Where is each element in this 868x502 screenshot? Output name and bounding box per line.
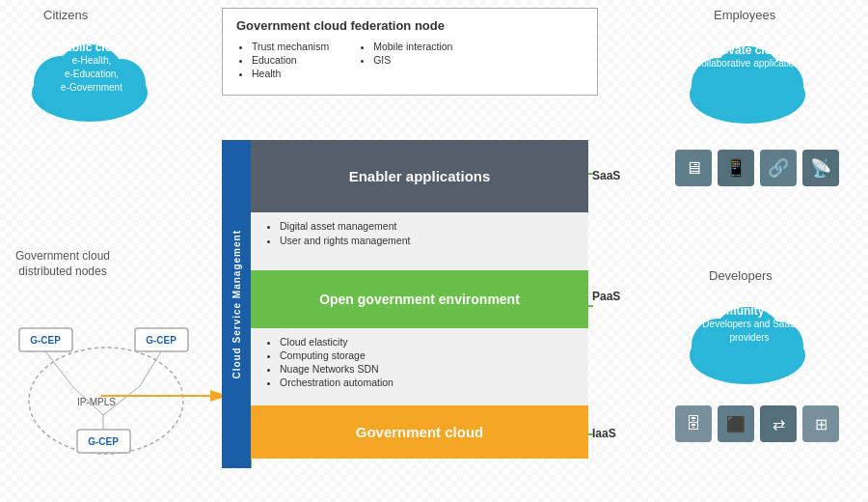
paas-content: Cloud elasticity Computing storage Nuage… (251, 328, 588, 405)
federation-item: Health (252, 68, 329, 79)
federation-item: GIS (373, 54, 452, 66)
csm-bar: Cloud Service Management (222, 140, 251, 468)
paas-label: PaaS (592, 290, 620, 303)
iaas-icons-row: 🗄 ⬛ ⇄ ⊞ (675, 405, 839, 442)
grid-icon: ⊞ (802, 405, 839, 442)
community-cloud-subtitle: Developers and SaaS providers (687, 318, 812, 345)
employees-label: Employees (714, 8, 775, 22)
network-icon: 🔗 (760, 150, 797, 186)
saas-title: Enabler applications (349, 168, 491, 184)
paas-item: Orchestration automation (280, 376, 575, 388)
svg-line-27 (45, 351, 72, 386)
public-cloud-content: Public cloud e-Health,e-Education,e-Gove… (29, 41, 154, 95)
citizens-label: Citizens (43, 8, 88, 22)
database-icon: 🗄 (675, 405, 712, 442)
public-cloud-title: Public cloud (29, 41, 154, 54)
paas-layer: Open government environment (251, 270, 588, 328)
saas-label: SaaS (592, 169, 620, 182)
saas-item: Digital asset management (280, 220, 575, 232)
federation-item: Trust mechanism (252, 41, 329, 52)
community-cloud-title: Community cloud (687, 304, 812, 318)
private-cloud-content: Private cloud Collaborative applications (687, 43, 812, 70)
federation-item: Mobile interaction (373, 41, 452, 52)
saas-item: User and rights management (280, 235, 575, 246)
iaas-title: Government cloud (356, 424, 484, 440)
federation-content: Trust mechanism Education Health Mobile … (236, 41, 583, 81)
developers-label: Developers (709, 268, 773, 283)
federation-col2: Mobile interaction GIS (358, 41, 452, 81)
community-cloud-content: Community cloud Developers and SaaS prov… (687, 304, 812, 345)
private-cloud-subtitle: Collaborative applications (687, 57, 812, 70)
paas-item: Computing storage (280, 349, 575, 361)
monitor-icon: 🖥 (675, 150, 712, 186)
paas-title: Open government environment (319, 291, 520, 308)
saas-content: Digital asset management User and rights… (251, 212, 588, 270)
private-cloud-title: Private cloud (687, 43, 812, 57)
server-icon: ⬛ (718, 405, 754, 442)
federation-title: Government cloud federation node (236, 18, 583, 33)
iaas-layer: Government cloud (251, 405, 588, 459)
wifi-icon: 📡 (802, 150, 839, 186)
svg-text:G-CEP: G-CEP (146, 335, 176, 346)
transfer-icon: ⇄ (760, 405, 797, 442)
saas-layer: Enabler applications (251, 140, 588, 212)
tablet-icon: 📱 (718, 150, 754, 186)
federation-item: Education (252, 54, 329, 66)
federation-box: Government cloud federation node Trust m… (222, 8, 598, 96)
paas-item: Cloud elasticity (280, 336, 575, 348)
paas-item: Nuage Networks SDN (280, 363, 575, 375)
federation-col1: Trust mechanism Education Health (236, 41, 329, 81)
public-cloud-items: e-Health,e-Education,e-Government (29, 54, 154, 95)
saas-icons-row: 🖥 📱 🔗 📡 (675, 150, 839, 186)
iaas-label: IaaS (592, 427, 616, 440)
svg-text:G-CEP: G-CEP (30, 335, 61, 346)
svg-text:G-CEP: G-CEP (88, 436, 119, 447)
arrow-to-csm (96, 367, 227, 425)
csm-text: Cloud Service Management (231, 230, 242, 379)
